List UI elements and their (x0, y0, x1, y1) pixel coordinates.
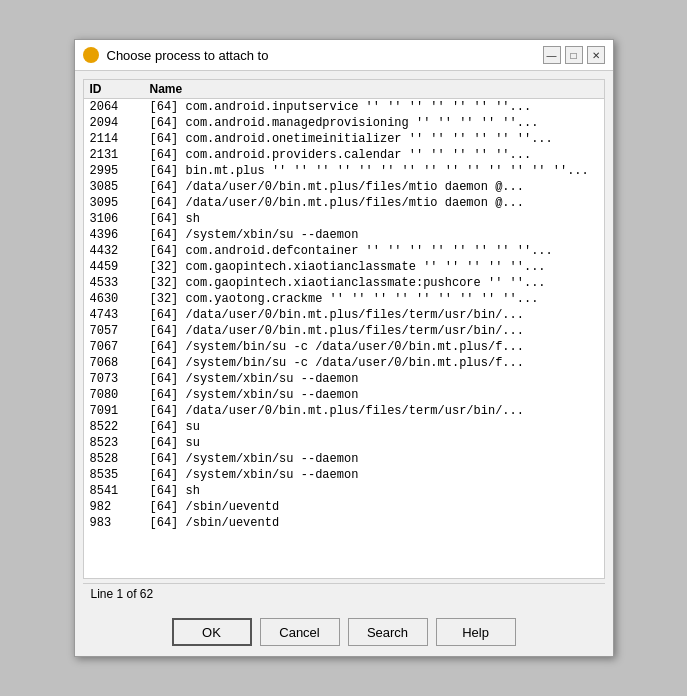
process-id: 3095 (84, 195, 144, 211)
process-id: 8541 (84, 483, 144, 499)
process-name: [64] /system/xbin/su --daemon (144, 451, 604, 467)
process-id: 4743 (84, 307, 144, 323)
process-name: [32] com.yaotong.crackme '' '' '' '' '' … (144, 291, 604, 307)
process-id: 2094 (84, 115, 144, 131)
process-id: 3106 (84, 211, 144, 227)
process-id: 7080 (84, 387, 144, 403)
process-id: 7057 (84, 323, 144, 339)
process-name: [64] /data/user/0/bin.mt.plus/files/mtio… (144, 195, 604, 211)
table-row[interactable]: 4432[64] com.android.defcontainer '' '' … (84, 243, 604, 259)
process-id: 7068 (84, 355, 144, 371)
ok-button[interactable]: OK (172, 618, 252, 646)
table-header-row: ID Name (84, 80, 604, 99)
process-name: [64] su (144, 419, 604, 435)
process-name: [64] com.android.providers.calendar '' '… (144, 147, 604, 163)
table-row[interactable]: 3085[64] /data/user/0/bin.mt.plus/files/… (84, 179, 604, 195)
process-name: [64] /data/user/0/bin.mt.plus/files/mtio… (144, 179, 604, 195)
table-row[interactable]: 7067[64] /system/bin/su -c /data/user/0/… (84, 339, 604, 355)
table-row[interactable]: 2064[64] com.android.inputservice '' '' … (84, 99, 604, 116)
table-row[interactable]: 8522[64] su (84, 419, 604, 435)
table-row[interactable]: 8541[64] sh (84, 483, 604, 499)
process-dialog: Choose process to attach to — □ ✕ ID Nam… (74, 39, 614, 657)
process-name: [64] /system/xbin/su --daemon (144, 387, 604, 403)
process-id: 2064 (84, 99, 144, 116)
table-row[interactable]: 3095[64] /data/user/0/bin.mt.plus/files/… (84, 195, 604, 211)
process-name: [64] bin.mt.plus '' '' '' '' '' '' '' ''… (144, 163, 604, 179)
table-row[interactable]: 7073[64] /system/xbin/su --daemon (84, 371, 604, 387)
column-header-name: Name (144, 80, 604, 99)
process-name: [32] com.gaopintech.xiaotianclassmate:pu… (144, 275, 604, 291)
process-id: 2995 (84, 163, 144, 179)
table-row[interactable]: 4743[64] /data/user/0/bin.mt.plus/files/… (84, 307, 604, 323)
column-header-id: ID (84, 80, 144, 99)
table-row[interactable]: 8523[64] su (84, 435, 604, 451)
process-id: 8522 (84, 419, 144, 435)
table-row[interactable]: 7068[64] /system/bin/su -c /data/user/0/… (84, 355, 604, 371)
process-id: 4396 (84, 227, 144, 243)
process-id: 8535 (84, 467, 144, 483)
process-table: ID Name 2064[64] com.android.inputservic… (84, 80, 604, 531)
process-id: 8523 (84, 435, 144, 451)
search-button[interactable]: Search (348, 618, 428, 646)
process-name: [64] sh (144, 211, 604, 227)
cancel-button[interactable]: Cancel (260, 618, 340, 646)
process-name: [64] com.android.onetimeinitializer '' '… (144, 131, 604, 147)
process-name: [64] /system/xbin/su --daemon (144, 371, 604, 387)
process-id: 983 (84, 515, 144, 531)
content-area: ID Name 2064[64] com.android.inputservic… (75, 71, 613, 608)
process-name: [64] /system/bin/su -c /data/user/0/bin.… (144, 339, 604, 355)
process-id: 2114 (84, 131, 144, 147)
window-icon (83, 47, 99, 63)
process-id: 7067 (84, 339, 144, 355)
table-row[interactable]: 2114[64] com.android.onetimeinitializer … (84, 131, 604, 147)
process-name: [64] /data/user/0/bin.mt.plus/files/term… (144, 403, 604, 419)
table-row[interactable]: 2094[64] com.android.managedprovisioning… (84, 115, 604, 131)
maximize-button[interactable]: □ (565, 46, 583, 64)
table-row[interactable]: 2995[64] bin.mt.plus '' '' '' '' '' '' '… (84, 163, 604, 179)
table-row[interactable]: 7080[64] /system/xbin/su --daemon (84, 387, 604, 403)
status-text: Line 1 of 62 (91, 587, 154, 601)
process-name: [64] /system/xbin/su --daemon (144, 467, 604, 483)
title-bar: Choose process to attach to — □ ✕ (75, 40, 613, 71)
process-name: [64] /sbin/ueventd (144, 515, 604, 531)
process-id: 4459 (84, 259, 144, 275)
process-name: [64] /data/user/0/bin.mt.plus/files/term… (144, 307, 604, 323)
process-name: [64] /data/user/0/bin.mt.plus/files/term… (144, 323, 604, 339)
close-button[interactable]: ✕ (587, 46, 605, 64)
process-name: [64] com.android.defcontainer '' '' '' '… (144, 243, 604, 259)
process-list-container[interactable]: ID Name 2064[64] com.android.inputservic… (83, 79, 605, 579)
process-name: [64] /system/xbin/su --daemon (144, 227, 604, 243)
table-row[interactable]: 3106[64] sh (84, 211, 604, 227)
process-id: 4630 (84, 291, 144, 307)
process-name: [64] com.android.managedprovisioning '' … (144, 115, 604, 131)
table-row[interactable]: 983[64] /sbin/ueventd (84, 515, 604, 531)
table-row[interactable]: 7091[64] /data/user/0/bin.mt.plus/files/… (84, 403, 604, 419)
process-id: 3085 (84, 179, 144, 195)
table-row[interactable]: 982[64] /sbin/ueventd (84, 499, 604, 515)
table-row[interactable]: 4459[32] com.gaopintech.xiaotianclassmat… (84, 259, 604, 275)
process-id: 4432 (84, 243, 144, 259)
process-id: 2131 (84, 147, 144, 163)
button-bar: OK Cancel Search Help (75, 608, 613, 656)
window-controls: — □ ✕ (543, 46, 605, 64)
process-id: 7091 (84, 403, 144, 419)
table-row[interactable]: 2131[64] com.android.providers.calendar … (84, 147, 604, 163)
help-button[interactable]: Help (436, 618, 516, 646)
table-row[interactable]: 8535[64] /system/xbin/su --daemon (84, 467, 604, 483)
table-row[interactable]: 4533[32] com.gaopintech.xiaotianclassmat… (84, 275, 604, 291)
table-row[interactable]: 4630[32] com.yaotong.crackme '' '' '' ''… (84, 291, 604, 307)
process-id: 982 (84, 499, 144, 515)
status-bar: Line 1 of 62 (83, 583, 605, 604)
window-title: Choose process to attach to (107, 48, 535, 63)
table-row[interactable]: 4396[64] /system/xbin/su --daemon (84, 227, 604, 243)
minimize-button[interactable]: — (543, 46, 561, 64)
process-id: 7073 (84, 371, 144, 387)
process-id: 8528 (84, 451, 144, 467)
process-name: [64] com.android.inputservice '' '' '' '… (144, 99, 604, 116)
process-id: 4533 (84, 275, 144, 291)
process-name: [64] /sbin/ueventd (144, 499, 604, 515)
process-name: [64] /system/bin/su -c /data/user/0/bin.… (144, 355, 604, 371)
table-row[interactable]: 7057[64] /data/user/0/bin.mt.plus/files/… (84, 323, 604, 339)
process-name: [32] com.gaopintech.xiaotianclassmate ''… (144, 259, 604, 275)
table-row[interactable]: 8528[64] /system/xbin/su --daemon (84, 451, 604, 467)
